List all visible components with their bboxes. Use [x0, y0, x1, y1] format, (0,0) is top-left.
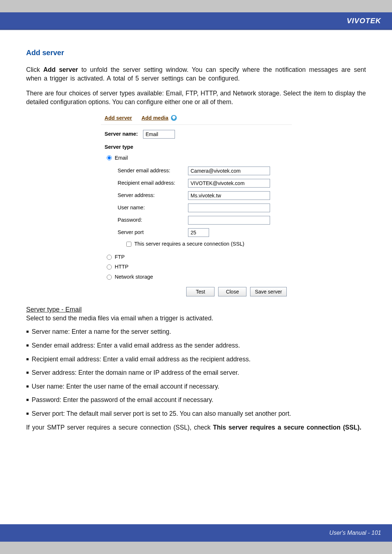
label-server-name: Server name: — [105, 131, 138, 138]
input-user[interactable] — [188, 204, 270, 212]
radio-http-label: HTTP — [115, 263, 128, 271]
bullet-server-name: Server name: Enter a name for the server… — [26, 328, 366, 336]
content-area: Add server Click Add server to unfold th… — [0, 30, 392, 432]
footer-band: User's Manual - 101 — [0, 524, 392, 542]
tab-add-media-wrap: Add media — [142, 115, 177, 122]
label-recipient: Recipient email address: — [118, 180, 183, 187]
ssl-paragraph: If your SMTP server requires a secure co… — [26, 423, 366, 432]
radio-ftp[interactable] — [107, 255, 112, 260]
bullet-server-address: Server address: Enter the domain name or… — [26, 369, 366, 377]
label-server-type: Server type — [105, 144, 288, 151]
heading-add-server: Add server — [26, 48, 366, 58]
test-button[interactable]: Test — [186, 287, 215, 296]
row-server-name: Server name: — [105, 130, 288, 139]
tab-add-server[interactable]: Add server — [105, 115, 132, 122]
ssl-para-prefix: If your SMTP server requires a secure co… — [26, 424, 213, 431]
close-button[interactable]: Close — [218, 287, 246, 296]
input-port[interactable] — [188, 228, 209, 237]
label-server-address: Server address: — [118, 192, 183, 199]
intro1-prefix: Click — [26, 66, 43, 73]
bullet-recipient: Recipient email address: Enter a valid e… — [26, 355, 366, 364]
label-ssl: This server requires a secure connection… — [134, 241, 244, 248]
bullet-list: Server name: Enter a name for the server… — [26, 328, 366, 418]
page-sheet: VIVOTEK Add server Click Add server to u… — [0, 0, 392, 554]
brand-text: VIVOTEK — [347, 17, 381, 25]
radio-network-storage[interactable] — [107, 275, 112, 280]
radio-row-http: HTTP — [107, 263, 288, 271]
radio-email-label: Email — [115, 155, 128, 162]
label-sender: Sender email address: — [118, 167, 183, 175]
bullet-password: Password: Enter the password of the emai… — [26, 396, 366, 405]
row-password: Password: — [118, 216, 288, 225]
row-user: User name: — [118, 204, 288, 212]
input-recipient[interactable] — [188, 179, 270, 188]
radio-ftp-label: FTP — [115, 254, 124, 261]
radio-row-network-storage: Network storage — [107, 274, 288, 281]
checkbox-ssl[interactable] — [126, 242, 131, 247]
input-sender[interactable] — [188, 167, 270, 175]
bullet-server-port: Server port: The default mail server por… — [26, 410, 366, 418]
radio-network-storage-label: Network storage — [115, 274, 153, 281]
row-sender: Sender email address: — [118, 167, 288, 175]
row-recipient: Recipient email address: — [118, 179, 288, 188]
label-port: Server port — [118, 229, 183, 236]
dialog-tabs: Add server Add media — [101, 113, 292, 125]
row-ssl: This server requires a secure connection… — [126, 241, 288, 248]
intro1-bold: Add server — [43, 66, 78, 73]
tip-icon — [171, 115, 177, 121]
radio-email[interactable] — [107, 155, 112, 160]
footer-text: User's Manual - 101 — [329, 530, 381, 536]
page: VIVOTEK Add server Click Add server to u… — [0, 12, 392, 542]
label-password: Password: — [118, 217, 183, 224]
input-server-name[interactable] — [143, 130, 175, 139]
row-server-address: Server address: — [118, 191, 288, 200]
bullet-sender: Sender email address: Enter a valid emai… — [26, 341, 366, 350]
section-heading-email: Server type - Email — [26, 305, 366, 314]
dialog-body: Server name: Server type Email Sender em… — [101, 124, 292, 301]
row-port: Server port — [118, 228, 288, 237]
radio-row-ftp: FTP — [107, 254, 288, 261]
input-server-address[interactable] — [188, 191, 270, 200]
save-server-button[interactable]: Save server — [250, 287, 287, 296]
intro-paragraph-1: Click Add server to unfold the server se… — [26, 66, 366, 83]
server-dialog: Add server Add media Server name: — [100, 113, 292, 302]
input-password[interactable] — [188, 216, 270, 225]
email-config-block: Sender email address: Recipient email ad… — [105, 164, 288, 251]
radio-http[interactable] — [107, 264, 112, 270]
radio-row-email: Email — [107, 155, 288, 162]
label-user: User name: — [118, 204, 183, 212]
intro-paragraph-2: There are four choices of server types a… — [26, 89, 366, 106]
tab-add-media[interactable]: Add media — [142, 115, 168, 122]
button-row: Test Close Save server — [105, 283, 288, 298]
section-email-intro: Select to send the media files via email… — [26, 314, 366, 323]
bullet-user-name: User name: Enter the user name of the em… — [26, 382, 366, 391]
header-band: VIVOTEK — [0, 12, 392, 30]
ssl-para-bold: This server requires a secure connection… — [213, 424, 362, 431]
